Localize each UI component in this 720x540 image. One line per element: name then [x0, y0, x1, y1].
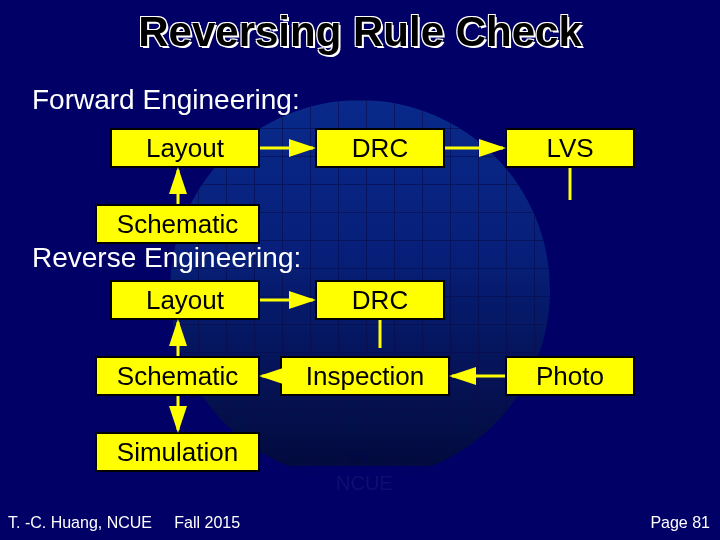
box-rv-inspection: Inspection [280, 356, 450, 396]
box-fw-drc: DRC [315, 128, 445, 168]
box-fw-layout: Layout [110, 128, 260, 168]
watermark-ncue: NCUE [336, 472, 393, 495]
box-rv-photo: Photo [505, 356, 635, 396]
section-reverse-label: Reverse Engineering: [32, 242, 301, 274]
box-rv-simulation: Simulation [95, 432, 260, 472]
box-rv-drc: DRC [315, 280, 445, 320]
box-rv-schematic: Schematic [95, 356, 260, 396]
footer-page: Page 81 [650, 514, 710, 532]
watermark-tch: TCH [347, 452, 368, 463]
box-fw-schematic: Schematic [95, 204, 260, 244]
page-title: Reversing Rule Check [0, 8, 720, 56]
box-rv-layout: Layout [110, 280, 260, 320]
section-forward-label: Forward Engineering: [32, 84, 300, 116]
box-fw-lvs: LVS [505, 128, 635, 168]
footer-term: Fall 2015 [174, 514, 240, 531]
footer-author: T. -C. Huang, NCUE [8, 514, 152, 531]
footer-left: T. -C. Huang, NCUE Fall 2015 [8, 514, 240, 532]
